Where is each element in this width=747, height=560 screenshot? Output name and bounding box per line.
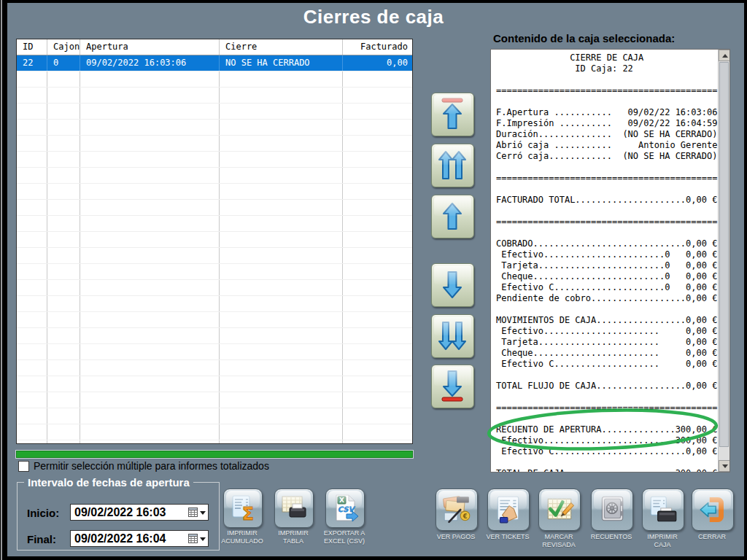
table-row[interactable]: [17, 152, 412, 168]
table-cell-apertura: [80, 232, 220, 247]
imprimir-caja-button[interactable]: [642, 489, 684, 531]
ver-pagos-button[interactable]: €: [436, 489, 478, 531]
table-row[interactable]: [17, 248, 412, 264]
table-cell-cajon: [47, 200, 80, 215]
column-header-apertura[interactable]: Apertura: [80, 39, 220, 55]
table-row[interactable]: [17, 360, 412, 376]
table-cell-id: [17, 200, 47, 215]
table-cell-cierre: [220, 232, 343, 247]
table-row[interactable]: [17, 184, 412, 200]
column-header-cierre[interactable]: Cierre: [220, 39, 343, 55]
table-row[interactable]: [17, 392, 412, 408]
table-row[interactable]: [17, 136, 412, 152]
imprimir-tabla-button[interactable]: [274, 489, 314, 528]
table-cell-id: [17, 232, 47, 247]
table-cell-id: [17, 136, 47, 151]
ver-tickets-caption: VER TICKETS: [479, 533, 537, 541]
table-cell-id: [17, 216, 47, 231]
multi-select-checkbox[interactable]: [18, 461, 29, 472]
table-cell-cierre: [220, 248, 343, 263]
table-cell-id: 22: [17, 55, 47, 71]
table-cell-id: [17, 71, 47, 87]
table-row[interactable]: [17, 424, 412, 440]
table-cell-cierre: [220, 200, 343, 215]
table-cell-apertura: [80, 152, 220, 167]
receipt-textarea[interactable]: CIERRE DE CAJA ID Caja: 22 =============…: [490, 49, 730, 472]
table-cell-facturado: [343, 376, 412, 392]
table-cell-apertura: [80, 200, 220, 215]
calendar-dropdown-icon[interactable]: [188, 507, 206, 518]
table-cell-apertura: [80, 136, 220, 151]
table-row[interactable]: [17, 168, 412, 184]
multi-select-label: Permitir selección múltiple para informe…: [34, 460, 269, 472]
page-up-button[interactable]: [431, 144, 474, 187]
down-button[interactable]: [431, 263, 474, 307]
table-row[interactable]: [17, 71, 412, 88]
scroll-up-button[interactable]: [719, 50, 730, 61]
table-cell-apertura: [80, 344, 220, 359]
table-cell-id: [17, 344, 47, 359]
calendar-dropdown-icon[interactable]: [188, 533, 206, 545]
table-cell-cajon: [47, 88, 80, 103]
table-cell-cajon: [47, 312, 80, 327]
cerrar-button[interactable]: [692, 489, 734, 531]
table-cell-cajon: [47, 104, 80, 119]
inicio-date-input[interactable]: 09/02/2022 16:03: [70, 504, 209, 521]
final-date-input[interactable]: 09/02/2022 16:04: [70, 530, 209, 547]
column-header-id[interactable]: ID: [17, 39, 47, 55]
table-row[interactable]: [17, 312, 412, 328]
imprimir-acumulado-button[interactable]: Σ: [223, 489, 263, 528]
table-cell-cajon: [47, 344, 80, 359]
table-cell-cierre: [220, 360, 343, 376]
table-row[interactable]: [17, 328, 412, 344]
imprimir-acumulado-caption: IMPRIMIR ACUMULADO: [213, 529, 271, 546]
table-row[interactable]: 22009/02/2022 16:03:06NO SE HA CERRADO0,…: [17, 55, 412, 71]
table-cell-cierre: [220, 344, 343, 359]
column-header-facturado[interactable]: Facturado: [343, 39, 412, 55]
table-cell-facturado: [343, 328, 412, 343]
recuentos-button[interactable]: [591, 489, 633, 531]
marcar-revisada-button[interactable]: [538, 489, 581, 531]
scroll-up-icon: [722, 54, 728, 58]
table-row[interactable]: [17, 200, 412, 216]
progress-bar: [16, 451, 413, 458]
table-row[interactable]: [17, 344, 412, 360]
table-row[interactable]: [17, 280, 412, 296]
table-row[interactable]: [17, 440, 412, 444]
table-cell-id: [17, 280, 47, 295]
table-row[interactable]: [17, 232, 412, 248]
table-row[interactable]: [17, 408, 412, 424]
table-cell-facturado: [343, 136, 412, 151]
table-cell-cierre: [220, 136, 343, 151]
table-row[interactable]: [17, 376, 412, 392]
receipt-scrollbar[interactable]: [718, 50, 729, 472]
column-header-cajon[interactable]: Cajon: [47, 39, 80, 55]
page-down-button[interactable]: [431, 314, 474, 358]
table-cell-id: [17, 424, 47, 440]
table-cell-facturado: [343, 424, 412, 440]
scroll-down-button[interactable]: [719, 460, 730, 472]
ver-tickets-button[interactable]: [487, 489, 530, 531]
table-cell-cajon: [47, 360, 80, 376]
table-cell-apertura: [80, 360, 220, 376]
move-first-button[interactable]: [431, 93, 474, 136]
scrollbar-thumb[interactable]: [719, 62, 729, 447]
table-row[interactable]: [17, 216, 412, 232]
table-cell-cierre: [220, 120, 343, 135]
table-row[interactable]: [17, 104, 412, 120]
table-row[interactable]: [17, 296, 412, 312]
up-button[interactable]: [431, 195, 474, 238]
recuentos-caption: RECUENTOS: [582, 533, 640, 541]
closures-table: ID Cajon Apertura Cierre Facturado 22009…: [16, 39, 413, 444]
exportar-excel-csv-button[interactable]: X CSV: [325, 489, 365, 528]
table-cell-cierre: [220, 440, 343, 444]
table-row[interactable]: [17, 120, 412, 136]
table-cell-apertura: [80, 264, 220, 279]
table-cell-cajon: [47, 440, 80, 444]
table-body: 22009/02/2022 16:03:06NO SE HA CERRADO0,…: [17, 55, 412, 444]
move-last-button[interactable]: [431, 365, 474, 408]
table-row[interactable]: [17, 88, 412, 104]
table-cell-cajon: 0: [47, 55, 80, 71]
table-cell-apertura: [80, 120, 220, 135]
table-row[interactable]: [17, 264, 412, 280]
